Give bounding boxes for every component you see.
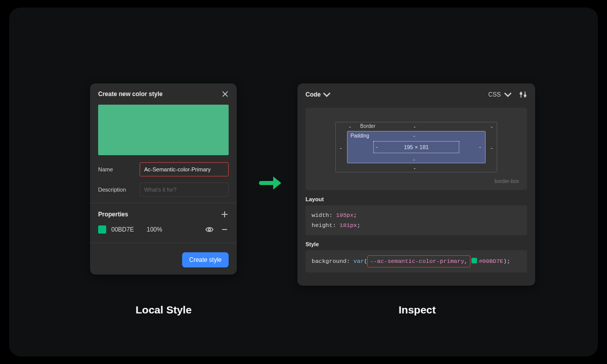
style-code-block[interactable]: background: var(--ac-semantic-color-prim… [306,250,527,272]
arrow-icon [259,173,283,193]
layout-code-block[interactable]: width: 195px; height: 181px; [306,205,527,235]
minus-icon[interactable] [221,225,229,234]
code-tab-label[interactable]: Code [306,91,321,98]
border-box: - Border - - - - - Padding - - - - 195 ×… [335,122,497,172]
panel-title: Create new color style [98,90,162,98]
properties-label: Properties [98,211,128,218]
illustration-stage: Create new color style Name Description … [9,8,598,356]
create-color-style-panel: Create new color style Name Description … [90,83,237,275]
divider [90,243,237,243]
settings-sliders-icon[interactable] [519,90,527,99]
opacity-value[interactable]: 100% [147,226,172,233]
inline-color-swatch [471,258,477,263]
box-model-diagram: - Border - - - - - Padding - - - - 195 ×… [306,108,527,190]
hex-value[interactable]: 00BD7E [111,226,147,233]
name-label: Name [98,166,136,172]
eye-icon[interactable] [205,225,213,234]
svg-point-7 [520,93,522,95]
layout-section-label: Layout [306,196,527,202]
padding-box: Padding - - - - 195 × 181 [347,131,486,163]
svg-point-4 [208,229,210,231]
padding-label: Padding [351,133,369,139]
color-swatch-small[interactable] [98,225,106,234]
content-size: 195 × 181 [373,141,459,153]
svg-point-9 [524,95,526,97]
create-style-button[interactable]: Create style [182,252,229,267]
style-section-label: Style [306,241,527,247]
divider [90,203,237,203]
name-input[interactable] [140,162,229,176]
box-sizing-label: border-box [314,178,519,184]
lang-select-label[interactable]: CSS [488,91,501,98]
chevron-down-icon[interactable] [323,90,331,99]
chevron-down-icon[interactable] [504,90,512,99]
color-preview-swatch [98,105,229,155]
close-icon[interactable] [222,90,229,98]
caption-inspect: Inspect [399,304,436,316]
css-var-name-highlight: --ac-semantic-color-primary, [367,255,470,267]
color-property-row: 00BD7E 100% [90,224,237,241]
border-label: Border [360,123,375,129]
description-input[interactable] [140,183,229,197]
caption-local-style: Local Style [136,304,192,316]
plus-icon[interactable] [221,210,229,218]
description-label: Description [98,187,136,193]
inspect-panel: Code CSS - Border - - - - - [297,83,535,286]
